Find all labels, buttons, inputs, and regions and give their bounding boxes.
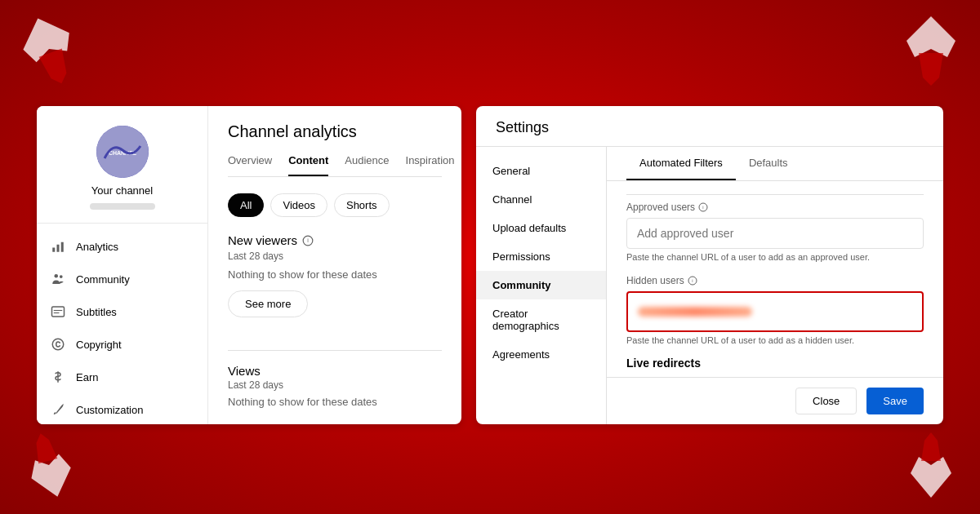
settings-content: Approved users i Paste the channel URL o… (607, 181, 943, 377)
filter-videos[interactable]: Videos (270, 193, 327, 217)
svg-text:i: i (702, 205, 703, 210)
corner-decoration-tl (4, 4, 94, 94)
left-panel: CHANNEL Your channel (37, 106, 461, 424)
hidden-users-section: Hidden users i Paste the channel URL of … (626, 275, 924, 345)
sidebar-item-subtitles[interactable]: Subtitles (37, 295, 207, 328)
sidebar-item-customization[interactable]: Customization (37, 393, 207, 424)
settings-header: Settings (476, 106, 943, 147)
save-button[interactable]: Save (866, 388, 924, 414)
settings-nav-community[interactable]: Community (476, 271, 606, 299)
close-button[interactable]: Close (795, 388, 857, 414)
analytics-tabs: Overview Content Audience Inspiration (228, 154, 442, 177)
dollar-icon (50, 369, 66, 385)
settings-nav-permissions[interactable]: Permissions (476, 242, 606, 271)
settings-nav-general[interactable]: General (476, 157, 606, 185)
settings-footer: Close Save (607, 377, 943, 424)
new-viewers-section: New viewers i Last 28 days Nothing to sh… (228, 233, 442, 334)
tab-content[interactable]: Content (288, 154, 328, 176)
sidebar-item-earn[interactable]: Earn (37, 361, 207, 393)
sidebar-item-subtitles-label: Subtitles (76, 306, 117, 318)
svg-rect-4 (61, 242, 64, 252)
svg-point-10 (52, 339, 64, 350)
views-section: Views Last 28 days Nothing to show for t… (228, 350, 442, 408)
views-empty: Nothing to show for these dates (228, 396, 442, 408)
settings-nav-channel[interactable]: Channel (476, 185, 606, 214)
settings-body: General Channel Upload defaults Permissi… (476, 147, 943, 424)
svg-point-6 (60, 275, 63, 278)
settings-title: Settings (496, 119, 924, 136)
svg-rect-3 (57, 245, 60, 252)
tab-inspiration[interactable]: Inspiration (406, 154, 455, 176)
hidden-user-helper: Paste the channel URL of a user to add a… (626, 335, 924, 345)
hidden-users-box[interactable] (626, 291, 924, 332)
channel-name-label: Your channel (91, 184, 153, 197)
hidden-users-label: Hidden users i (626, 275, 924, 286)
svg-text:i: i (692, 278, 693, 283)
views-title: Views (228, 364, 442, 378)
svg-rect-2 (52, 248, 55, 252)
avatar: CHANNEL (96, 126, 149, 178)
svg-point-5 (55, 274, 59, 278)
settings-tab-automated-filters[interactable]: Automated Filters (626, 147, 736, 180)
avatar-image: CHANNEL (96, 126, 149, 178)
sidebar-item-community[interactable]: Community (37, 263, 207, 295)
sidebar-item-copyright[interactable]: Copyright (37, 328, 207, 361)
channel-link (90, 203, 155, 210)
sidebar-item-copyright-label: Copyright (76, 339, 122, 351)
channel-info: CHANNEL Your channel (37, 106, 207, 224)
corner-decoration-br (886, 420, 976, 510)
analytics-content: Channel analytics Overview Content Audie… (208, 106, 461, 424)
settings-nav-creator-demographics[interactable]: Creator demographics (476, 299, 606, 340)
people-icon (50, 271, 66, 287)
filter-all[interactable]: All (228, 193, 264, 217)
add-approved-user-input[interactable] (626, 218, 924, 249)
approved-users-info-icon: i (698, 202, 708, 212)
filter-buttons: All Videos Shorts (228, 193, 442, 217)
right-panel: Settings General Channel Upload defaults… (476, 106, 943, 424)
main-content: CHANNEL Your channel (37, 106, 943, 424)
sidebar: CHANNEL Your channel (37, 106, 208, 424)
copyright-icon (50, 336, 66, 352)
brush-icon (50, 401, 66, 418)
sidebar-item-analytics[interactable]: Analytics (37, 230, 207, 263)
settings-tab-defaults[interactable]: Defaults (736, 147, 801, 180)
views-subtitle: Last 28 days (228, 379, 442, 391)
approved-users-section: Approved users i Paste the channel URL o… (626, 194, 924, 262)
corner-decoration-tr (886, 4, 976, 94)
hidden-user-blurred (638, 307, 752, 317)
settings-nav-agreements[interactable]: Agreements (476, 340, 606, 369)
corner-decoration-bl (4, 420, 94, 510)
sidebar-item-earn-label: Earn (76, 371, 98, 383)
analytics-title: Channel analytics (228, 122, 442, 141)
live-redirects-title: Live redirects (626, 357, 924, 370)
settings-tabs: Automated Filters Defaults (607, 147, 943, 181)
live-redirects-section: Live redirects Allows other creators to … (626, 357, 924, 377)
sidebar-item-customization-label: Customization (76, 404, 143, 416)
approved-users-label: Approved users i (626, 202, 924, 213)
see-more-button[interactable]: See more (228, 290, 308, 317)
sidebar-item-community-label: Community (76, 273, 130, 286)
svg-rect-7 (52, 307, 65, 317)
subtitles-icon (50, 304, 66, 320)
tab-overview[interactable]: Overview (228, 154, 272, 176)
new-viewers-subtitle: Last 28 days (228, 250, 442, 262)
settings-main: Automated Filters Defaults Approved user… (607, 147, 943, 424)
bar-chart-icon (50, 238, 66, 255)
approved-user-helper: Paste the channel URL of a user to add a… (626, 252, 924, 262)
sidebar-item-analytics-label: Analytics (76, 241, 118, 253)
new-viewers-title: New viewers i (228, 233, 442, 247)
settings-sidebar: General Channel Upload defaults Permissi… (476, 147, 607, 424)
settings-nav-upload-defaults[interactable]: Upload defaults (476, 214, 606, 242)
filter-shorts[interactable]: Shorts (334, 193, 390, 217)
hidden-users-info-icon: i (688, 276, 697, 286)
svg-text:i: i (307, 237, 309, 243)
info-icon: i (302, 235, 314, 246)
new-viewers-empty: Nothing to show for these dates (228, 268, 442, 281)
sidebar-nav: Analytics Community (37, 224, 207, 424)
tab-audience[interactable]: Audience (345, 154, 389, 176)
